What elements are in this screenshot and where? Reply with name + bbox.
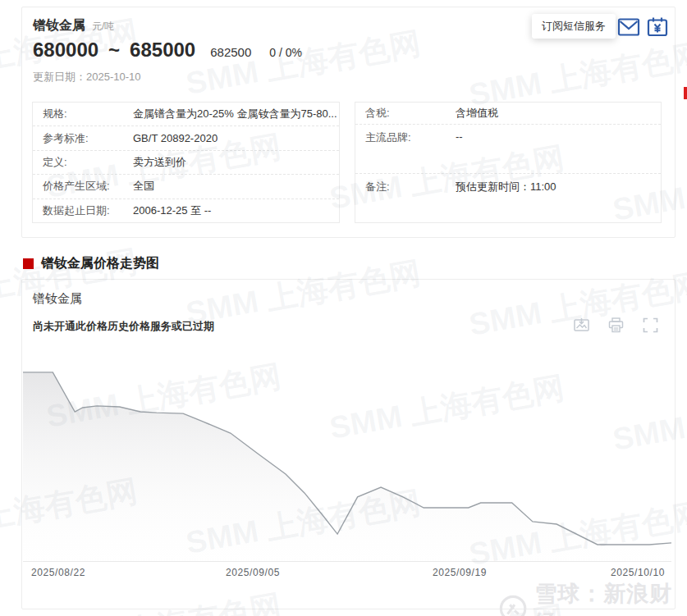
chart-title: 镨钕金属 (33, 291, 82, 307)
x-axis-labels: 2025/08/22 2025/09/05 2025/09/19 2025/10… (23, 567, 671, 580)
sms-subscribe-tooltip: 订阅短信服务 (532, 14, 616, 39)
price-card: 镨钕金属 元/吨 680000~685000 682500 0 / 0% 更新日… (21, 7, 676, 238)
price-row: 680000~685000 682500 0 / 0% (33, 39, 302, 62)
chart-toolbar (574, 317, 658, 333)
clipped-red-fragment (684, 87, 687, 99)
price-trend-plot[interactable] (23, 345, 671, 562)
yuan-subscribe-icon (646, 16, 669, 38)
spec-row: 参考标准: GB/T 20892-2020 (33, 125, 339, 149)
print-icon[interactable] (608, 317, 624, 333)
spec-row: 数据起止日期: 2006-12-25 至 -- (33, 198, 339, 222)
section-title: 镨钕金属价格走势图 (41, 255, 159, 272)
price-change: 0 / 0% (269, 46, 302, 59)
spec-row: 定义: 卖方送到价 (33, 150, 339, 174)
fullscreen-icon[interactable] (643, 317, 658, 333)
update-date: 更新日期：2025-10-10 (33, 70, 141, 84)
x-tick-label: 2025/10/10 (611, 567, 665, 578)
spec-row: 含税: 含增值税 (355, 103, 661, 124)
price-unit: 元/吨 (92, 20, 114, 34)
price-subscribe-button[interactable] (646, 16, 669, 38)
spec-row: 主流品牌: -- (355, 124, 661, 173)
x-tick-label: 2025/08/22 (31, 567, 85, 578)
section-header: 镨钕金属价格走势图 (23, 255, 159, 272)
price-average: 682500 (210, 45, 251, 59)
spec-row: 规格: 金属镨含量为20-25% 金属钕含量为75-80... (33, 103, 339, 125)
spec-table-right: 含税: 含增值税 主流品牌: -- 备注: 预估更新时间：11:00 (355, 102, 662, 223)
price-title-row: 镨钕金属 元/吨 (33, 17, 114, 34)
red-bullet-icon (23, 258, 34, 269)
mail-icon (617, 16, 640, 38)
mail-subscribe-button[interactable] (617, 16, 640, 38)
x-tick-label: 2025/09/05 (226, 567, 280, 578)
save-image-icon[interactable] (574, 317, 589, 333)
price-range: 680000~685000 (33, 39, 195, 62)
chart-service-notice: 尚未开通此价格历史价格服务或已过期 (33, 319, 214, 334)
x-tick-label: 2025/09/19 (433, 567, 487, 578)
spec-table-left: 规格: 金属镨含量为20-25% 金属钕含量为75-80... 参考标准: GB… (32, 102, 340, 223)
spec-row: 备注: 预估更新时间：11:00 (355, 173, 661, 222)
price-trend-chart-card: 镨钕金属 尚未开通此价格历史价格服务或已过期 (21, 279, 676, 609)
spec-row: 价格产生区域: 全国 (33, 174, 339, 198)
metal-name: 镨钕金属 (33, 17, 85, 34)
